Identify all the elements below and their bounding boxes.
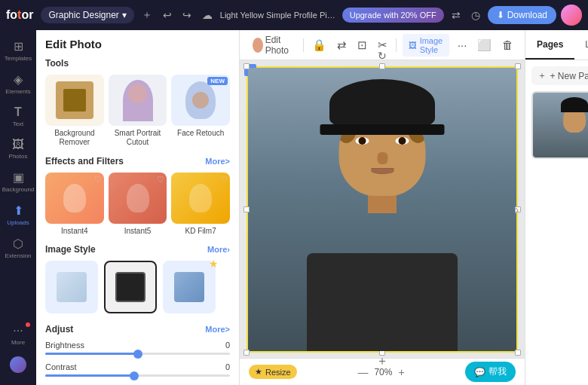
- sidebar-item-label: Photos: [9, 153, 28, 160]
- history-icon[interactable]: ◷: [468, 6, 483, 24]
- tool-smart-portrait[interactable]: Smart Portrait Cutout: [109, 75, 167, 147]
- text-icon: T: [14, 105, 22, 119]
- effects-grid: ♡ Instant4 ♡ Instant5 ♡: [45, 173, 230, 235]
- image-style-more-link[interactable]: More›: [207, 245, 230, 254]
- document-title: Light Yellow Simple Profile Pict...: [220, 11, 338, 20]
- redo-icon[interactable]: ↪: [179, 6, 194, 24]
- sidebar-item-elements[interactable]: ◈ Elements: [2, 68, 35, 99]
- tool-label: Background Remover: [45, 129, 104, 147]
- canvas-frame[interactable]: ↻: [247, 66, 518, 353]
- download-button[interactable]: ⬇ Download: [488, 6, 556, 24]
- sidebar-item-label: Uploads: [7, 219, 29, 226]
- contrast-slider[interactable]: [45, 374, 230, 377]
- style-card-2[interactable]: [104, 261, 157, 313]
- effect-kdfilm7[interactable]: ♡ KD Film7: [171, 173, 230, 235]
- more-options-icon[interactable]: ···: [455, 36, 470, 53]
- sidebar-item-templates[interactable]: ⊞ Templates: [2, 35, 35, 66]
- tool-label: Smart Portrait Cutout: [109, 129, 167, 147]
- tab-pages[interactable]: Pages: [525, 30, 574, 60]
- left-panel: Edit Photo Tools Background Remover: [36, 30, 240, 385]
- rotate-handle[interactable]: ↻: [378, 50, 387, 62]
- tool-label: Face Retouch: [171, 129, 230, 138]
- sidebar-item-label: More: [11, 339, 25, 346]
- lock-icon[interactable]: 🔒: [310, 36, 329, 54]
- resize-handle-tr[interactable]: [515, 63, 521, 69]
- sidebar-item-text[interactable]: T Text: [2, 101, 35, 132]
- effect-thumb: ♡: [171, 173, 230, 224]
- logo: fotor: [6, 8, 33, 22]
- chevron-down-icon: ▾: [122, 10, 127, 20]
- brightness-row: Brightness 0: [45, 341, 230, 355]
- add-tab-icon[interactable]: ＋: [139, 5, 155, 25]
- sidebar-item-label: Text: [13, 121, 24, 127]
- share-icon[interactable]: ⇄: [449, 6, 464, 24]
- sidebar-item-label: Elements: [5, 88, 30, 95]
- backgrounds-icon: ▣: [13, 170, 24, 185]
- sidebar-item-extension[interactable]: ⬡ Extension: [2, 232, 35, 264]
- resize-handle-tl[interactable]: [243, 63, 250, 69]
- tab-layers[interactable]: Layers: [574, 30, 588, 60]
- resize-handle-tm[interactable]: [379, 63, 385, 69]
- workspace-label: Graphic Designer: [48, 10, 118, 20]
- adjust-more-link[interactable]: More>: [205, 325, 230, 334]
- uploads-icon: ⬆: [14, 203, 23, 218]
- zoom-in-button[interactable]: +: [398, 366, 404, 378]
- tool-thumb: [109, 75, 167, 126]
- avatar[interactable]: [561, 5, 582, 26]
- heart-icon: ♡: [94, 175, 102, 185]
- sidebar-item-more[interactable]: ··· More: [2, 319, 35, 350]
- image-style-badge[interactable]: 🖼 Image Style: [403, 34, 449, 57]
- sidebar-item-photos[interactable]: 🖼 Photos: [2, 133, 35, 164]
- crop-icon[interactable]: ⊡: [355, 36, 369, 54]
- resize-icon: ★: [255, 367, 262, 377]
- canvas-main: ‹ ↻: [240, 60, 525, 358]
- sidebar-item-label: Background: [2, 186, 35, 193]
- edit-photo-toolbar-btn[interactable]: Edit Photo: [249, 32, 297, 58]
- resize-badge[interactable]: ★ Resize: [249, 365, 297, 379]
- new-page-button[interactable]: ＋ + New Page: [531, 66, 588, 85]
- archive-icon[interactable]: ⬜: [475, 36, 494, 54]
- main-area: ⊞ Templates ◈ Elements T Text 🖼 Photos ▣…: [0, 30, 588, 385]
- workspace-selector[interactable]: Graphic Designer ▾: [41, 7, 133, 23]
- canvas-next-arrow[interactable]: ›: [514, 201, 519, 217]
- effect-instant4[interactable]: ♡ Instant4: [45, 173, 104, 235]
- sidebar-item-backgrounds[interactable]: ▣ Background: [2, 166, 35, 197]
- contrast-value: 0: [225, 362, 230, 371]
- plus-icon: ＋: [537, 69, 547, 82]
- flip-icon[interactable]: ⇄: [335, 36, 349, 54]
- tools-grid: Background Remover Smart Portrait Cutout…: [45, 75, 230, 147]
- brightness-slider[interactable]: [45, 353, 230, 355]
- effects-more-link[interactable]: More>: [205, 157, 230, 166]
- photos-icon: 🖼: [12, 138, 24, 151]
- resize-handle-br[interactable]: [515, 350, 521, 356]
- canvas-area: Edit Photo 🔒 ⇄ ⊡ ✂ 🖼 Image Style ··· ⬜ 🗑…: [240, 30, 525, 385]
- tool-background-remover[interactable]: Background Remover: [45, 75, 104, 147]
- sidebar-item-user[interactable]: [2, 352, 35, 377]
- sidebar-item-label: Templates: [5, 55, 32, 62]
- brightness-label: Brightness: [45, 341, 84, 350]
- sidebar-item-label: Extension: [5, 252, 31, 259]
- delete-icon[interactable]: 🗑: [500, 36, 516, 53]
- topbar: fotor Graphic Designer ▾ ＋ ↩ ↪ ☁ Light Y…: [0, 0, 588, 30]
- upgrade-button[interactable]: Upgrade with 20% OFF: [342, 8, 444, 23]
- right-panel-body: ＋ + New Page 1: [525, 60, 588, 385]
- resize-handle-bl[interactable]: [243, 350, 250, 356]
- style-card-1[interactable]: [45, 261, 98, 313]
- style-card-3[interactable]: ★: [163, 261, 216, 313]
- resize-handle-ml[interactable]: [243, 206, 250, 212]
- toolbar-divider: [303, 38, 304, 52]
- sidebar-item-uploads[interactable]: ⬆ Uploads: [2, 199, 35, 231]
- tool-face-retouch[interactable]: NEW Face Retouch: [171, 75, 230, 147]
- add-handle[interactable]: ＋: [376, 353, 388, 369]
- effects-section-title: Effects and Filters More>: [45, 156, 230, 167]
- cloud-save-icon[interactable]: ☁: [199, 6, 216, 24]
- download-icon: ⬇: [497, 10, 504, 20]
- zoom-out-button[interactable]: —: [357, 366, 368, 378]
- effect-instant5[interactable]: ♡ Instant5: [109, 173, 167, 235]
- chat-button[interactable]: 💬 帮我: [465, 362, 516, 382]
- templates-icon: ⊞: [14, 39, 23, 53]
- user-avatar-icon: [10, 356, 26, 373]
- undo-icon[interactable]: ↩: [160, 6, 175, 24]
- chat-icon: 💬: [474, 367, 485, 377]
- page-thumbnail-1[interactable]: 1: [531, 91, 588, 159]
